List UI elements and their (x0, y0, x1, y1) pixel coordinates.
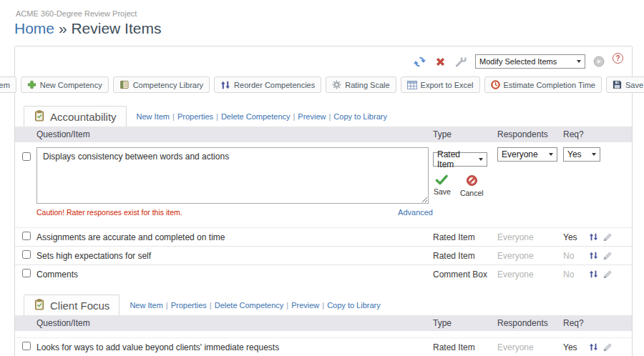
edit-item-icon[interactable] (602, 270, 613, 279)
item-edit-row: Displays consistency between words and a… (15, 142, 632, 221)
caret-down-icon (577, 60, 581, 63)
item-respondents: Everyone (497, 251, 563, 261)
modify-selected-dropdown[interactable]: Modify Selected Items (475, 54, 585, 69)
edit-item-icon[interactable] (602, 232, 613, 242)
link-separator: | (216, 112, 218, 121)
page: ACME 360-Degree Review Project Home » Re… (0, 9, 644, 356)
item-text: Sets high expectations for self (36, 251, 433, 261)
preview-link[interactable]: Preview (298, 112, 326, 121)
item-checkbox[interactable] (22, 342, 31, 350)
cancel-button[interactable]: Cancel (460, 174, 484, 197)
tab-row: Client Focus New Item|Properties|Delete … (15, 295, 632, 315)
save-icon (613, 80, 622, 89)
new-item-button[interactable]: New Item (0, 76, 16, 93)
link-separator: | (210, 301, 212, 310)
new-item-link[interactable]: New Item (137, 112, 170, 121)
edit-footnotes: Caution! Rater responses exist for this … (36, 208, 433, 217)
delete-competency-link[interactable]: Delete Competency (215, 301, 284, 310)
modify-selected-value: Modify Selected Items (479, 57, 557, 66)
estimate-completion-time-button[interactable]: Estimate Completion Time (484, 76, 602, 93)
book-icon (119, 80, 130, 89)
item-checkbox[interactable] (22, 250, 31, 259)
copy-to-library-link[interactable]: Copy to Library (327, 301, 381, 310)
competency-links: New Item|Properties|Delete Competency|Pr… (137, 112, 387, 127)
respondents-select[interactable]: Everyone (497, 147, 557, 162)
col-type: Type (433, 318, 497, 328)
gear-icon (332, 80, 341, 89)
col-req: Req? (563, 318, 589, 328)
col-type: Type (433, 129, 497, 139)
req-select[interactable]: Yes (563, 147, 600, 162)
competency-links: New Item|Properties|Delete Competency|Pr… (130, 301, 380, 315)
save-button[interactable]: Save (434, 174, 451, 197)
section-accountability: Accountability New Item|Properties|Delet… (15, 106, 632, 283)
edit-item-icon[interactable] (602, 342, 613, 352)
check-icon (435, 174, 449, 187)
new-item-link[interactable]: New Item (130, 301, 162, 310)
delete-competency-link[interactable]: Delete Competency (221, 112, 291, 121)
item-text: Assignments are accurate and completed o… (36, 232, 433, 242)
edit-question-cell: Displays consistency between words and a… (36, 147, 433, 217)
refresh-icon[interactable] (413, 56, 426, 68)
tab-row: Accountability New Item|Properties|Delet… (15, 106, 632, 127)
button-label: Export to Excel (421, 81, 474, 89)
save-label: Save (434, 187, 451, 196)
save-item-order-button[interactable]: Save Item Order (606, 76, 644, 93)
button-label: Competency Library (133, 81, 203, 89)
rating-scale-button[interactable]: Rating Scale (326, 76, 396, 93)
reorder-item-icon[interactable] (589, 270, 598, 278)
item-row: Assignments are accurate and completed o… (15, 227, 632, 246)
copy-to-library-link[interactable]: Copy to Library (333, 112, 387, 121)
link-separator: | (322, 301, 324, 310)
top-toolbar: Modify Selected Items ? (15, 46, 632, 70)
breadcrumb-home-link[interactable]: Home (14, 20, 54, 36)
new-competency-button[interactable]: New Competency (21, 76, 109, 93)
tab-accountability[interactable]: Accountability (24, 106, 127, 127)
reorder-item-icon[interactable] (589, 343, 598, 351)
breadcrumb-current: Review Items (71, 20, 161, 36)
reorder-competencies-button[interactable]: Reorder Competencies (214, 76, 321, 93)
table-header: Question/Item Type Respondents Req? (15, 315, 632, 331)
plus-icon (27, 80, 36, 89)
save-cancel-group: Save Cancel (434, 174, 497, 197)
cancel-icon (466, 174, 478, 188)
item-respondents: Everyone (497, 342, 563, 352)
properties-link[interactable]: Properties (177, 112, 213, 121)
breadcrumb-separator: » (59, 20, 67, 36)
item-checkbox[interactable] (22, 269, 31, 277)
edit-req-cell: Yes (563, 147, 589, 162)
preview-link[interactable]: Preview (291, 301, 319, 310)
edit-respondents-cell: Everyone (497, 147, 563, 162)
item-text-input[interactable]: Displays consistency between words and a… (36, 147, 429, 204)
item-checkbox[interactable] (22, 152, 31, 161)
review-items-panel: Modify Selected Items ? New Item New Com… (14, 46, 633, 356)
button-label: Reorder Competencies (234, 81, 315, 89)
help-icon[interactable]: ? (613, 53, 623, 64)
type-select[interactable]: Rated Item (433, 152, 487, 167)
competency-library-button[interactable]: Competency Library (113, 76, 210, 93)
properties-link[interactable]: Properties (171, 301, 207, 310)
col-question: Question/Item (36, 318, 433, 328)
col-req: Req? (563, 129, 589, 139)
clipboard-icon (34, 299, 45, 312)
edit-item-icon[interactable] (602, 251, 613, 260)
item-row: Looks for ways to add value beyond clien… (15, 337, 632, 356)
item-req: Yes (563, 342, 589, 352)
item-row: Sets high expectations for self Rated It… (15, 246, 632, 264)
advanced-link[interactable]: Advanced (398, 208, 433, 217)
link-separator: | (172, 112, 175, 121)
reorder-item-icon[interactable] (589, 233, 598, 241)
reorder-item-icon[interactable] (589, 252, 598, 259)
tab-label: Client Focus (50, 300, 109, 312)
item-checkbox[interactable] (22, 232, 31, 240)
breadcrumb: Home » Review Items (14, 20, 644, 37)
tab-client-focus[interactable]: Client Focus (24, 295, 119, 315)
export-to-excel-button[interactable]: Export to Excel (401, 76, 480, 93)
col-respondents: Respondents (497, 129, 563, 139)
item-respondents: Everyone (497, 270, 563, 280)
link-separator: | (286, 301, 288, 310)
delete-selected-icon[interactable] (434, 56, 447, 68)
button-label: New Competency (40, 81, 102, 89)
item-req: No (563, 270, 589, 280)
go-button[interactable] (593, 56, 605, 67)
